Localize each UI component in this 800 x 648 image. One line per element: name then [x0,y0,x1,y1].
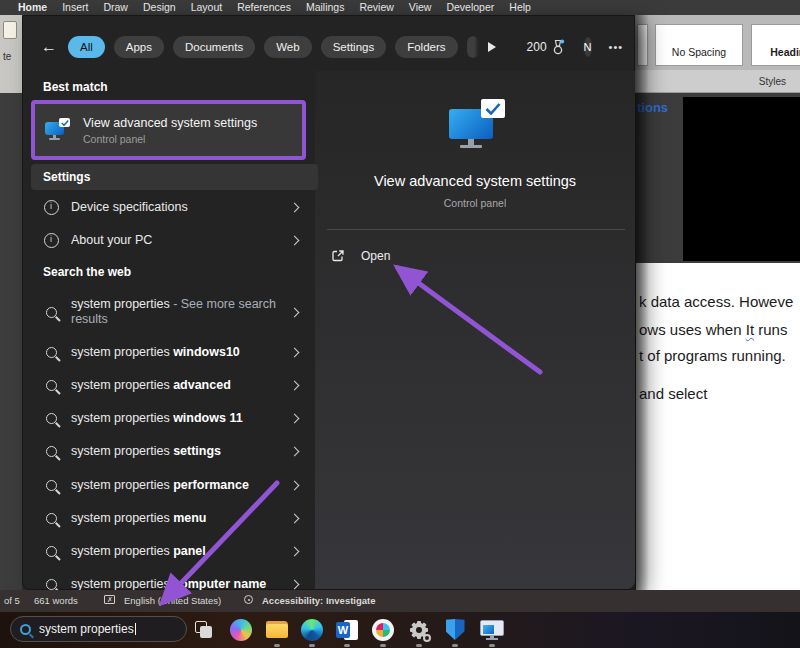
tab-draw[interactable]: Draw [103,0,128,15]
search-the-web-header: Search the web [43,265,131,279]
focus-mode-icon[interactable] [244,595,253,604]
windows-security-button[interactable] [441,616,469,643]
rewards-points-value: 200 [527,40,547,54]
system-monitor-icon [480,620,504,640]
best-match-header: Best match [43,80,108,94]
page-indicator[interactable]: of 5 [4,595,20,606]
word-ribbon-tabbar: Home Insert Draw Design Layout Reference… [0,0,800,15]
running-indicator [274,644,280,647]
web-suggestion[interactable]: system properties settings [31,436,312,466]
paste-label-fragment: te [3,51,11,62]
tab-review[interactable]: Review [359,0,393,15]
document-text-line: and select [639,385,707,402]
settings-button[interactable] [405,616,433,643]
filter-scroll-right-icon[interactable] [488,37,496,57]
filter-pill-photos[interactable]: Phot [467,36,479,58]
web-suggestion[interactable]: system properties panel [31,536,312,566]
open-action[interactable]: Open [331,249,390,263]
web-suggestion[interactable]: system properties menu [31,503,312,533]
style-card-partial[interactable] [637,24,648,66]
word-icon: W [336,619,358,641]
proofing-error-icon[interactable] [104,595,115,604]
chevron-right-icon [290,235,300,245]
filter-pill-documents[interactable]: Documents [173,36,255,58]
document-hyperlink-fragment[interactable]: tions [637,100,668,115]
chevron-right-icon [290,579,300,589]
gear-icon [408,619,430,641]
tab-insert[interactable]: Insert [62,0,88,15]
tab-help[interactable]: Help [509,0,531,15]
chevron-right-icon [290,202,300,212]
filter-pill-apps[interactable]: Apps [114,36,164,58]
windows-search-flyout: View advanced system settings Control pa… [22,15,635,590]
profile-avatar[interactable]: N [584,37,592,57]
search-icon [46,307,57,318]
web-suggestion[interactable]: system properties performance [31,470,312,500]
tab-view[interactable]: View [409,0,432,15]
filter-pill-folders[interactable]: Folders [395,36,457,58]
word-status-bar: of 5 661 words English (United States) A… [0,590,800,612]
style-card-no-spacing[interactable]: No Spacing [655,24,743,66]
word-styles-gallery: No Spacing Heading [635,15,800,70]
chevron-right-icon [290,347,300,357]
search-query-text: system properties [39,622,136,636]
copilot-icon [230,619,252,641]
word-document-page[interactable]: k data access. Howeve ows uses when It r… [636,263,800,590]
taskbar-search-box[interactable]: system properties [10,616,187,642]
style-card-heading[interactable]: Heading [751,24,800,66]
system-properties-button[interactable] [478,616,506,643]
rewards-medal-icon [551,39,565,55]
more-options-icon[interactable]: ••• [609,41,624,53]
styles-group-label-strip: Styles [635,70,800,93]
best-match-title: View advanced system settings [83,116,257,130]
chevron-right-icon [290,513,300,523]
running-indicator [380,644,386,647]
task-view-button[interactable] [189,616,217,643]
tab-mailings[interactable]: Mailings [306,0,345,15]
edge-button[interactable] [298,616,326,643]
task-view-icon [195,621,212,638]
web-suggestion[interactable]: system properties windows10 [31,337,312,367]
accessibility-status[interactable]: Accessibility: Investigate [262,595,376,606]
running-indicator [309,644,315,647]
back-arrow-icon[interactable]: ← [41,38,57,56]
tab-developer[interactable]: Developer [446,0,494,15]
result-about-your-pc[interactable]: About your PC [31,225,312,255]
rewards-points[interactable]: 200 [527,39,565,55]
file-explorer-icon [266,621,288,638]
running-indicator [452,644,458,647]
web-suggestion-see-more[interactable]: system properties - See more search resu… [31,294,312,330]
info-icon [44,233,59,248]
web-suggestion[interactable]: system properties windows 11 [31,403,312,433]
running-indicator [489,644,495,647]
filter-pill-web[interactable]: Web [264,36,311,58]
grammar-flagged-word: It [746,321,754,338]
search-icon [46,480,57,491]
tab-design[interactable]: Design [143,0,176,15]
tab-references[interactable]: References [237,0,291,15]
result-device-specifications[interactable]: Device specifications [31,192,312,222]
text-cursor [135,623,136,635]
tab-layout[interactable]: Layout [191,0,223,15]
document-embedded-image[interactable] [683,97,800,261]
web-suggestion[interactable]: system properties advanced [31,370,312,400]
open-external-icon [331,249,345,263]
word-count[interactable]: 661 words [34,595,78,606]
file-explorer-button[interactable] [263,616,291,643]
language-indicator[interactable]: English (United States) [124,595,221,606]
search-icon [46,546,57,557]
windows-taskbar: system properties W [0,612,800,648]
tab-home[interactable]: Home [18,0,47,15]
filter-pill-all[interactable]: All [68,36,105,58]
search-filter-bar: ← All Apps Documents Web Settings Folder… [23,32,636,62]
chevron-right-icon [290,480,300,490]
best-match-result[interactable]: View advanced system settings Control pa… [31,100,306,160]
shield-icon [446,619,465,640]
word-button[interactable]: W [333,616,361,643]
chevron-right-icon [290,446,300,456]
filter-pill-settings[interactable]: Settings [321,36,387,58]
search-icon [46,513,57,524]
copilot-button[interactable] [227,616,255,643]
chevron-right-icon [290,380,300,390]
slack-button[interactable] [369,616,397,643]
